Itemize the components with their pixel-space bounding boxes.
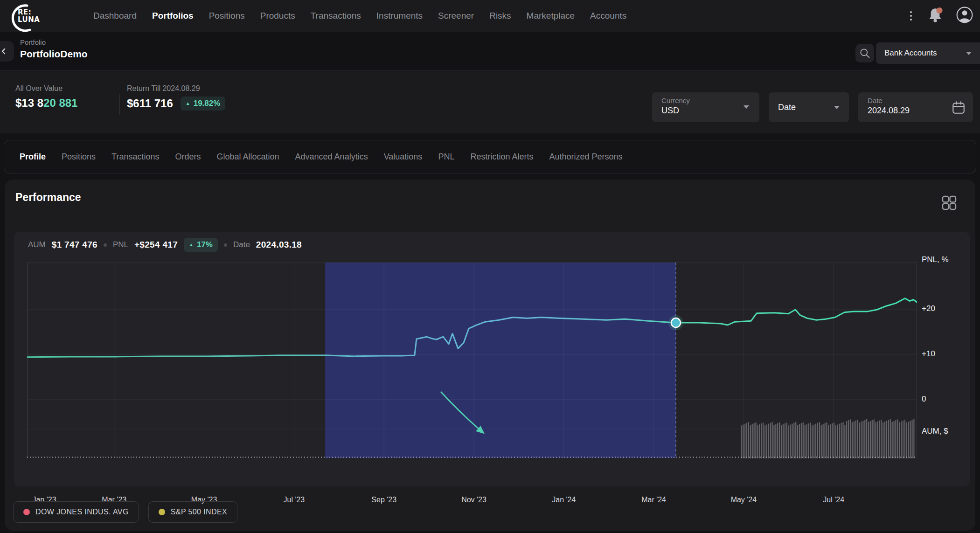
currency-label: Currency bbox=[661, 97, 750, 104]
all-over-value: $13 820 881 bbox=[15, 97, 77, 110]
y-axis-labels: PNL, % +20+100 AUM, $ bbox=[922, 232, 968, 486]
bell-icon bbox=[927, 7, 944, 23]
nav-item[interactable]: Screener bbox=[438, 11, 474, 21]
x-tick-label: Jan '24 bbox=[552, 496, 576, 504]
nav-item[interactable]: Portfolios bbox=[152, 11, 194, 21]
date-picker[interactable]: Date 2024.08.29 bbox=[858, 92, 973, 122]
legend-label: DOW JONES INDUS. AVG bbox=[35, 508, 129, 516]
aum-bars bbox=[741, 419, 914, 458]
legend-color-dot bbox=[23, 509, 30, 515]
return-stat: Return Till 2024.08.29 $611 716 ▲19.82% bbox=[127, 84, 225, 111]
tooltip-aum-label: AUM bbox=[28, 240, 46, 249]
nav-items: Dashboard Portfolios Positions Products … bbox=[93, 0, 626, 32]
chart-tooltip: AUM $1 747 476 PNL +$254 417 ▲17% Date 2… bbox=[28, 236, 302, 253]
tab[interactable]: Global Allocation bbox=[216, 152, 279, 162]
tooltip-pnl-label: PNL bbox=[113, 240, 128, 249]
legend-label: S&P 500 INDEX bbox=[171, 508, 227, 516]
x-tick-label: Nov '23 bbox=[461, 496, 487, 504]
chart-plot-area[interactable] bbox=[27, 263, 917, 458]
y-tick-label: 0 bbox=[922, 395, 926, 404]
return-value: $611 716 bbox=[127, 97, 173, 110]
nav-item[interactable]: Transactions bbox=[311, 11, 361, 21]
currency-select[interactable]: Currency USD bbox=[652, 92, 759, 122]
tooltip-date-label: Date bbox=[233, 240, 250, 249]
legend-color-dot bbox=[159, 509, 165, 515]
portfolio-header-bar: Portfolio PortfolioDemo Bank Accounts bbox=[0, 32, 980, 71]
bank-accounts-label: Bank Accounts bbox=[884, 48, 966, 58]
tab[interactable]: PNL bbox=[438, 152, 454, 162]
performance-chart[interactable] bbox=[27, 263, 917, 458]
breadcrumb: Portfolio bbox=[20, 38, 46, 46]
legend-toggle-button[interactable]: S&P 500 INDEX bbox=[148, 501, 237, 523]
x-tick-label: May '24 bbox=[731, 496, 757, 504]
chevron-down-icon bbox=[966, 52, 972, 55]
currency-value: USD bbox=[661, 106, 750, 116]
chevron-down-icon bbox=[834, 106, 840, 109]
dot-separator bbox=[104, 243, 107, 247]
layout-grid-button[interactable] bbox=[941, 194, 958, 211]
chevron-left-icon bbox=[0, 46, 9, 57]
nav-item[interactable]: Accounts bbox=[590, 11, 626, 21]
chevron-down-icon bbox=[744, 105, 749, 109]
nav-item[interactable]: Positions bbox=[209, 11, 245, 21]
nav-item[interactable]: Products bbox=[260, 11, 295, 21]
tooltip-aum-value: $1 747 476 bbox=[52, 240, 97, 250]
notifications-button[interactable] bbox=[927, 7, 944, 25]
bank-accounts-select[interactable]: Bank Accounts bbox=[876, 42, 980, 64]
tab[interactable]: Advanced Analytics bbox=[295, 152, 368, 162]
triangle-up-icon: ▲ bbox=[189, 242, 194, 247]
performance-chart-panel: AUM $1 747 476 PNL +$254 417 ▲17% Date 2… bbox=[14, 232, 970, 486]
top-navbar: RE: LUNA Dashboard Portfolios Positions … bbox=[0, 0, 980, 32]
back-button[interactable] bbox=[0, 41, 14, 62]
tab[interactable]: Profile bbox=[20, 152, 46, 162]
search-icon bbox=[859, 47, 871, 59]
tab[interactable]: Authorized Persons bbox=[549, 152, 622, 162]
x-tick-label: Mar '24 bbox=[641, 496, 666, 504]
date-mode-select[interactable]: Date bbox=[769, 92, 849, 122]
logo-text: RE: LUNA bbox=[18, 8, 40, 23]
return-badge: ▲19.82% bbox=[181, 97, 226, 111]
chart-legend: DOW JONES INDUS. AVG S&P 500 INDEX bbox=[13, 501, 237, 523]
avatar-icon bbox=[956, 6, 973, 24]
tab[interactable]: Positions bbox=[62, 152, 96, 162]
highlight-region bbox=[325, 263, 676, 458]
notification-dot bbox=[936, 7, 942, 14]
stats-bar: All Over Value $13 820 881 Return Till 2… bbox=[0, 71, 980, 133]
stat-label: All Over Value bbox=[15, 84, 77, 93]
nav-item[interactable]: Instruments bbox=[376, 11, 423, 21]
app-logo[interactable]: RE: LUNA bbox=[7, 2, 44, 29]
chart-marker[interactable] bbox=[668, 315, 683, 330]
more-menu-icon[interactable] bbox=[907, 8, 915, 23]
date-mode-label: Date bbox=[778, 103, 834, 112]
tooltip-date-value: 2024.03.18 bbox=[256, 240, 302, 250]
y-tick-label: +10 bbox=[922, 349, 935, 359]
tooltip-pnl-value: +$254 417 bbox=[134, 240, 178, 250]
nav-item[interactable]: Marketplace bbox=[527, 11, 575, 21]
triangle-up-icon: ▲ bbox=[186, 101, 190, 106]
search-button[interactable] bbox=[855, 44, 874, 62]
calendar-icon bbox=[952, 100, 966, 117]
legend-toggle-button[interactable]: DOW JONES INDUS. AVG bbox=[13, 501, 139, 523]
portfolio-tabs: Profile Positions Transactions Orders Gl… bbox=[4, 140, 976, 173]
x-tick-label: Jul '23 bbox=[284, 496, 305, 504]
tab[interactable]: Valuations bbox=[384, 152, 423, 162]
tab[interactable]: Restriction Alerts bbox=[470, 152, 533, 162]
tab[interactable]: Transactions bbox=[111, 152, 159, 162]
y-tick-label: +20 bbox=[922, 304, 935, 313]
grid-icon bbox=[941, 195, 957, 211]
nav-item[interactable]: Risks bbox=[489, 11, 511, 21]
stat-label: Return Till 2024.08.29 bbox=[127, 84, 225, 93]
y-axis-title: PNL, % bbox=[922, 255, 949, 264]
divider bbox=[119, 94, 120, 115]
y-axis-secondary-title: AUM, $ bbox=[922, 427, 948, 436]
performance-card: Performance AUM $1 747 476 PNL +$254 417… bbox=[5, 180, 975, 531]
nav-item[interactable]: Dashboard bbox=[93, 11, 137, 21]
x-tick-label: Sep '23 bbox=[371, 496, 396, 504]
tab[interactable]: Orders bbox=[175, 152, 201, 162]
date-value: 2024.08.29 bbox=[868, 106, 964, 116]
account-button[interactable] bbox=[956, 6, 973, 26]
section-title: Performance bbox=[15, 191, 81, 204]
tooltip-pnl-badge: ▲17% bbox=[184, 238, 218, 252]
x-tick-label: Jul '24 bbox=[823, 496, 844, 504]
date-label: Date bbox=[868, 97, 964, 104]
